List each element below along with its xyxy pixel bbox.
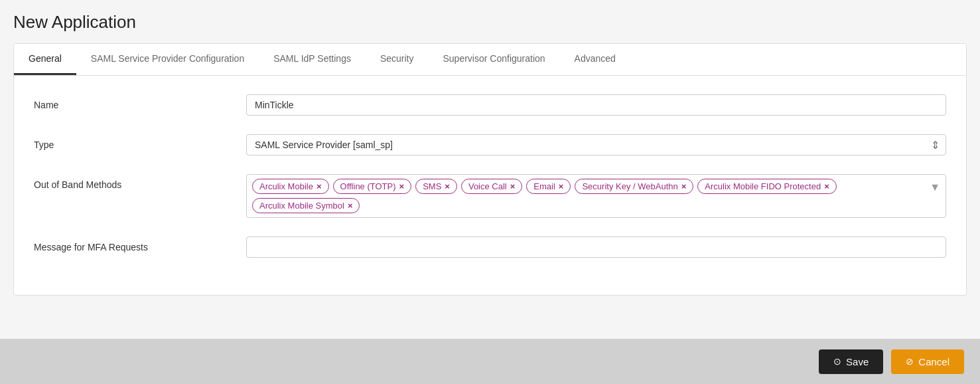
oob-tag-email: Email×: [526, 179, 571, 194]
oob-control-wrap: Arculix Mobile×Offline (TOTP)×SMS×Voice …: [246, 174, 946, 218]
name-control-wrap: [246, 94, 946, 116]
oob-tag-remove-voice-call[interactable]: ×: [510, 182, 516, 191]
mfa-row: Message for MFA Requests: [34, 237, 946, 258]
type-control-wrap: SAML Service Provider [saml_sp] ⇕: [246, 134, 946, 155]
oob-tag-arculix-mobile: Arculix Mobile×: [252, 179, 329, 194]
type-select-wrap: SAML Service Provider [saml_sp] ⇕: [246, 134, 946, 155]
oob-label: Out of Band Methods: [34, 174, 246, 190]
oob-tag-label: Arculix Mobile: [259, 181, 313, 191]
oob-dropdown-arrow-icon[interactable]: ▼: [930, 181, 940, 193]
oob-tag-remove-arculix-fido[interactable]: ×: [824, 182, 829, 191]
oob-tag-remove-email[interactable]: ×: [559, 182, 564, 191]
name-label: Name: [34, 94, 246, 110]
name-input[interactable]: [246, 94, 946, 116]
oob-tag-arculix-symbol: Arculix Mobile Symbol×: [252, 198, 360, 213]
tab-security[interactable]: Security: [366, 44, 429, 75]
name-row: Name: [34, 94, 946, 116]
footer-bar: ⊙ Save ⊘ Cancel: [0, 339, 980, 384]
tab-saml-sp[interactable]: SAML Service Provider Configuration: [76, 44, 259, 75]
oob-tag-security-key: Security Key / WebAuthn×: [575, 179, 693, 194]
save-icon: ⊙: [833, 356, 841, 367]
oob-tag-label: Security Key / WebAuthn: [582, 181, 677, 191]
oob-tag-voice-call: Voice Call×: [461, 179, 522, 194]
oob-tag-remove-arculix-mobile[interactable]: ×: [316, 182, 322, 191]
application-card: General SAML Service Provider Configurat…: [13, 43, 967, 296]
form-body: Name Type SAML Service Provider [saml_sp…: [14, 76, 966, 295]
type-row: Type SAML Service Provider [saml_sp] ⇕: [34, 134, 946, 155]
oob-tag-label: Email: [533, 181, 555, 191]
mfa-control-wrap: [246, 237, 946, 258]
oob-tag-remove-sms[interactable]: ×: [445, 182, 450, 191]
oob-tag-remove-offline-totp[interactable]: ×: [399, 182, 405, 191]
oob-tag-label: Voice Call: [468, 181, 507, 191]
oob-tag-sms: SMS×: [415, 179, 457, 194]
type-label: Type: [34, 134, 246, 150]
tab-bar: General SAML Service Provider Configurat…: [14, 44, 966, 76]
oob-tags-container[interactable]: Arculix Mobile×Offline (TOTP)×SMS×Voice …: [246, 174, 946, 218]
page-title: New Application: [13, 12, 967, 33]
main-content: New Application General SAML Service Pro…: [0, 0, 980, 339]
cancel-button[interactable]: ⊘ Cancel: [891, 349, 964, 374]
mfa-label: Message for MFA Requests: [34, 237, 246, 252]
oob-tag-label: SMS: [423, 181, 441, 191]
oob-tag-label: Arculix Mobile FIDO Protected: [705, 181, 821, 191]
tab-saml-idp[interactable]: SAML IdP Settings: [259, 44, 366, 75]
oob-tag-remove-arculix-symbol[interactable]: ×: [348, 201, 353, 210]
oob-tag-arculix-fido: Arculix Mobile FIDO Protected×: [697, 179, 836, 194]
mfa-input[interactable]: [246, 237, 946, 258]
cancel-icon: ⊘: [906, 356, 914, 367]
oob-tag-label: Offline (TOTP): [340, 181, 396, 191]
oob-tag-remove-security-key[interactable]: ×: [681, 182, 687, 191]
oob-row: Out of Band Methods Arculix Mobile×Offli…: [34, 174, 946, 218]
save-label: Save: [846, 356, 869, 367]
type-select[interactable]: SAML Service Provider [saml_sp]: [246, 134, 946, 155]
oob-tag-offline-totp: Offline (TOTP)×: [333, 179, 412, 194]
oob-tag-label: Arculix Mobile Symbol: [259, 201, 344, 211]
tab-advanced[interactable]: Advanced: [560, 44, 630, 75]
tab-supervisor[interactable]: Supervisor Configuration: [429, 44, 560, 75]
tab-general[interactable]: General: [14, 44, 76, 75]
save-button[interactable]: ⊙ Save: [819, 349, 883, 374]
cancel-label: Cancel: [918, 356, 949, 367]
